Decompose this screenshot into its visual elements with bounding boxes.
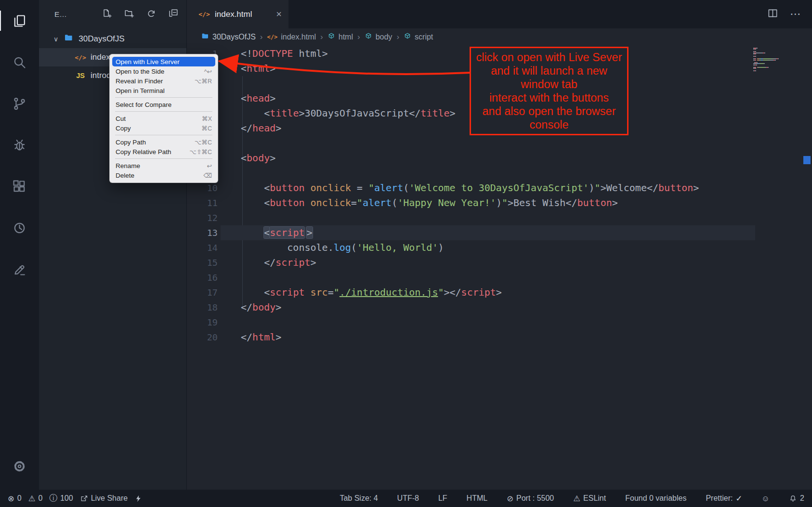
- status-eol[interactable]: LF: [438, 494, 447, 503]
- code-line[interactable]: 10 <button onclick = "alert('Welcome to …: [187, 181, 812, 195]
- status-errors-icon: ⊗: [8, 494, 14, 503]
- status-port[interactable]: ⊘Port : 5500: [507, 494, 554, 503]
- status-live-share[interactable]: Live Share: [80, 494, 128, 503]
- line-number: 12: [187, 210, 218, 225]
- menu-item-select-for-compare[interactable]: Select for Compare: [110, 100, 218, 109]
- code-line[interactable]: 17 <script src="./introduction.js"></scr…: [187, 285, 812, 300]
- menu-item-open-in-terminal[interactable]: Open in Terminal: [110, 86, 218, 95]
- code-line[interactable]: 8<body>: [187, 151, 812, 166]
- new-folder-icon[interactable]: [124, 8, 134, 21]
- status-infos[interactable]: ⓘ100: [49, 493, 73, 504]
- menu-item-delete[interactable]: Delete⌫: [110, 170, 218, 180]
- code-text[interactable]: <html>: [218, 61, 275, 76]
- line-number: 18: [187, 300, 218, 315]
- more-actions-icon[interactable]: ⋯: [790, 8, 801, 21]
- status-label: Found 0 variables: [625, 494, 686, 503]
- code-text[interactable]: [218, 210, 241, 225]
- search-icon[interactable]: [0, 49, 39, 75]
- breadcrumb-item-body[interactable]: body: [365, 32, 393, 42]
- code-text[interactable]: <title>30DaysOfJavaScript</title>: [218, 106, 456, 121]
- menu-item-reveal-in-finder[interactable]: Reveal in Finder⌥⌘R: [110, 76, 218, 86]
- menu-item-shortcut: ↩: [207, 162, 212, 169]
- code-text[interactable]: <script src="./introduction.js"></script…: [218, 285, 502, 300]
- status-feedback[interactable]: ☺: [761, 494, 770, 503]
- status-label: Live Share: [91, 494, 128, 503]
- source-control-icon[interactable]: [0, 91, 39, 117]
- close-icon[interactable]: ×: [276, 9, 282, 20]
- code-text[interactable]: [218, 166, 241, 181]
- split-editor-icon[interactable]: [767, 8, 778, 21]
- code-line[interactable]: 16: [187, 270, 812, 285]
- breadcrumb-label: html: [339, 33, 353, 41]
- menu-item-copy-path[interactable]: Copy Path⌥⌘C: [110, 137, 218, 147]
- run-debug-icon[interactable]: [0, 132, 39, 158]
- code-text[interactable]: [218, 270, 241, 285]
- code-text[interactable]: <button onclick = "alert('Welcome to 30D…: [218, 181, 699, 195]
- status-eslint[interactable]: ⚠ESLint: [573, 494, 606, 503]
- code-text[interactable]: <button onclick="alert('Happy New Year!'…: [218, 195, 618, 210]
- extensions-icon[interactable]: [0, 173, 39, 199]
- code-text[interactable]: [218, 315, 241, 330]
- code-text[interactable]: </body>: [218, 300, 281, 315]
- status-bar: ⊗0⚠0ⓘ100Live Share Tab Size: 4UTF-8LFHTM…: [0, 490, 812, 507]
- code-text[interactable]: <script>: [218, 225, 313, 240]
- status-label: 0: [39, 494, 43, 503]
- settings-gear-icon[interactable]: [0, 453, 39, 479]
- refresh-icon[interactable]: [146, 8, 157, 21]
- new-file-icon[interactable]: [102, 8, 112, 21]
- status-language[interactable]: HTML: [467, 494, 488, 503]
- breadcrumb-separator: ›: [396, 32, 399, 42]
- code-text[interactable]: </head>: [218, 121, 281, 136]
- code-text[interactable]: [218, 76, 241, 91]
- history-icon[interactable]: [0, 215, 39, 241]
- menu-item-rename[interactable]: Rename↩: [110, 161, 218, 170]
- pen-icon[interactable]: [0, 256, 39, 282]
- menu-item-open-to-the-side[interactable]: Open to the Side^↩: [110, 66, 218, 76]
- code-line[interactable]: 19: [187, 315, 812, 330]
- code-line[interactable]: 13 <script>: [187, 225, 812, 240]
- code-text[interactable]: <!DOCTYPE html>: [218, 46, 328, 61]
- breadcrumb-item-index-html[interactable]: </>index.html: [267, 33, 316, 41]
- code-line[interactable]: 9: [187, 166, 812, 181]
- code-text[interactable]: <body>: [218, 151, 275, 166]
- tree-folder-30daysofjs[interactable]: ∨ 30DaysOfJS: [39, 30, 186, 48]
- status-found-variables[interactable]: Found 0 variables: [625, 494, 686, 503]
- tab-index-html[interactable]: </> index.html ×: [187, 0, 288, 28]
- status-prettier[interactable]: Prettier:✓: [706, 494, 742, 503]
- code-text[interactable]: console.log('Hello, World'): [218, 240, 444, 255]
- status-encoding[interactable]: UTF-8: [397, 494, 419, 503]
- code-line[interactable]: 15 </script>: [187, 255, 812, 270]
- status-notifications[interactable]: 2: [789, 494, 804, 503]
- collapse-all-icon[interactable]: [168, 8, 179, 21]
- breadcrumb-item-30daysofjs[interactable]: 30DaysOfJS: [201, 32, 256, 42]
- minimap[interactable]: [753, 48, 799, 72]
- explorer-icon[interactable]: [0, 8, 39, 34]
- code-text[interactable]: [218, 136, 241, 151]
- activity-bar: [0, 0, 39, 490]
- code-line[interactable]: 18</body>: [187, 300, 812, 315]
- code-line[interactable]: 20</html>: [187, 330, 812, 345]
- status-bolt[interactable]: [134, 494, 143, 503]
- menu-item-copy-relative-path[interactable]: Copy Relative Path⌥⇧⌘C: [110, 147, 218, 156]
- menu-item-shortcut: ⌘X: [202, 115, 212, 122]
- status-warnings[interactable]: ⚠0: [28, 494, 43, 503]
- code-line[interactable]: 7: [187, 136, 812, 151]
- code-file-icon: </>: [267, 34, 277, 40]
- status-errors[interactable]: ⊗0: [8, 494, 22, 503]
- menu-item-open-with-live-server[interactable]: Open with Live Server: [112, 57, 215, 66]
- menu-item-label: Open to the Side: [116, 68, 164, 75]
- code-line[interactable]: 14 console.log('Hello, World'): [187, 240, 812, 255]
- breadcrumb-item-html[interactable]: html: [327, 32, 353, 42]
- line-number: 17: [187, 285, 218, 300]
- code-text[interactable]: </script>: [218, 255, 316, 270]
- code-line[interactable]: 12: [187, 210, 812, 225]
- code-line[interactable]: 11 <button onclick="alert('Happy New Yea…: [187, 195, 812, 210]
- line-number: 16: [187, 270, 218, 285]
- code-text[interactable]: <head>: [218, 91, 275, 106]
- line-number: 20: [187, 330, 218, 345]
- menu-item-cut[interactable]: Cut⌘X: [110, 114, 218, 123]
- breadcrumb-item-script[interactable]: script: [404, 32, 433, 42]
- menu-item-copy[interactable]: Copy⌘C: [110, 123, 218, 133]
- status-tab-size[interactable]: Tab Size: 4: [340, 494, 378, 503]
- code-text[interactable]: </html>: [218, 330, 281, 345]
